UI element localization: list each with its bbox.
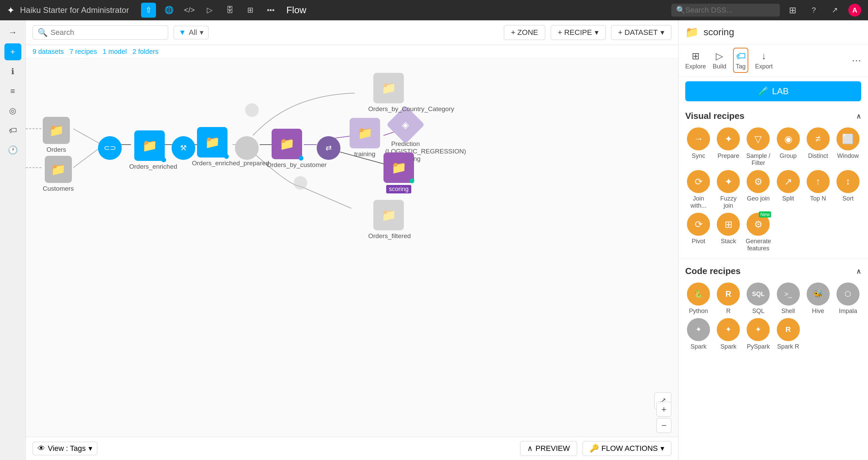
generate-features-recipe[interactable]: ⚙New Generate features (745, 213, 771, 252)
nav-table-btn[interactable]: ⊞ (243, 3, 258, 18)
datasets-count: 9 (33, 48, 36, 55)
code-recipes-toggle[interactable]: ∧ (856, 267, 861, 275)
shell-recipe[interactable]: >_ Shell (775, 283, 801, 315)
orders-node[interactable]: 📁 Orders (43, 117, 70, 153)
stack-recipe[interactable]: ⊞ Stack (715, 213, 742, 252)
panel-folder-icon: 📁 (685, 26, 699, 39)
preview-chevron-icon: ∧ (527, 444, 533, 453)
global-search-input[interactable] (685, 6, 767, 15)
folders-link[interactable]: 2 folders (133, 48, 159, 55)
zoom-out-btn[interactable]: − (656, 418, 671, 433)
tag-icon: 🏷 (736, 50, 746, 62)
preview-btn[interactable]: ∧ PREVIEW (520, 441, 577, 456)
folders-count: 2 (133, 48, 136, 55)
navbar: ✦ Haiku Starter for Administrator ⇧ 🌐 </… (0, 0, 868, 20)
export-action[interactable]: ↓ Export (755, 51, 773, 70)
explore-action[interactable]: ⊞ Explore (685, 50, 706, 70)
recipe-btn[interactable]: + RECIPE ▾ (551, 25, 606, 40)
link-icon[interactable]: ↗ (827, 3, 842, 18)
r-recipe[interactable]: R R (715, 283, 742, 315)
top-n-recipe[interactable]: ↑ Top N (805, 170, 831, 209)
dataset-btn-chevron-icon: ▾ (660, 28, 664, 37)
pivot-recipe[interactable]: ⟳ Pivot (685, 213, 712, 252)
tag-btn[interactable]: 🏷 (4, 122, 21, 139)
canvas-bottombar: 👁 View : Tags ▾ ∧ PREVIEW 🔑 FLOW ACTIONS… (26, 437, 678, 460)
fuzzy-join-recipe[interactable]: ✦ Fuzzy join (715, 170, 742, 209)
geo-join-recipe[interactable]: ⚙ Geo join (745, 170, 771, 209)
sync-recipe[interactable]: → Sync (685, 127, 712, 167)
zone-btn[interactable]: + ZONE (504, 25, 545, 40)
visual-recipes-title: Visual recipes (685, 111, 744, 121)
orders-by-country-node[interactable]: 📁 Orders_by_Country_Category (368, 73, 409, 113)
spark-r-recipe[interactable]: R Spark R (775, 318, 801, 350)
info-btn[interactable]: ℹ (4, 63, 21, 80)
nav-play-btn[interactable]: ▷ (202, 3, 217, 18)
prepare-recipe[interactable]: ✦ Prepare (715, 127, 742, 167)
group-recipe[interactable]: ◉ Group (775, 127, 801, 167)
flow-search-box[interactable]: 🔍 (33, 25, 168, 40)
join2-circle[interactable]: ⇄ (317, 136, 340, 160)
impala-recipe[interactable]: ⬡ Impala (835, 283, 861, 315)
split-recipe[interactable]: ↗ Split (775, 170, 801, 209)
lab-label: LAB (772, 86, 789, 97)
build-label: Build (713, 63, 726, 70)
nav-db-btn[interactable]: 🗄 (222, 3, 237, 18)
nav-code-btn[interactable]: </> (182, 3, 197, 18)
list-btn[interactable]: ≡ (4, 83, 21, 100)
help-icon[interactable]: ? (806, 3, 821, 18)
breadcrumb: 9 datasets 7 recipes 1 model 2 folders (26, 45, 678, 59)
flow-search-input[interactable] (51, 28, 152, 37)
filter-dropdown[interactable]: ▼ All ▾ (174, 26, 209, 39)
clock-btn[interactable]: 🕐 (4, 142, 21, 159)
scoring-node[interactable]: 📁 scoring (383, 152, 414, 193)
lab-btn[interactable]: 🧪 LAB (685, 81, 861, 101)
build-action[interactable]: ▷ Build (713, 50, 726, 70)
dataset-btn[interactable]: + DATASET ▾ (611, 25, 671, 40)
arrow-right-btn[interactable]: → (4, 24, 21, 41)
customers-node[interactable]: 📁 Customers (43, 156, 74, 192)
divider (678, 258, 868, 258)
nav-title: Haiku Starter for Administrator (20, 5, 129, 15)
flow-actions-btn[interactable]: 🔑 FLOW ACTIONS ▾ (583, 441, 671, 456)
training-node[interactable]: 📁 training (350, 118, 380, 158)
orders-by-country-label: Orders_by_Country_Category (368, 105, 409, 113)
distinct-recipe[interactable]: ≠ Distinct (805, 127, 831, 167)
orders-enriched-node[interactable]: 📁 Orders_enriched (129, 130, 170, 170)
orders-by-customer-node[interactable]: 📁 Orders_by_customer (267, 129, 307, 169)
sort-recipe[interactable]: ↕ Sort (835, 170, 861, 209)
canvas-area: 🔍 ▼ All ▾ + ZONE + RECIPE ▾ + DATASET ▾ … (26, 20, 678, 460)
pyspark-recipe[interactable]: ✦ PySpark (745, 318, 771, 350)
visual-recipes-toggle[interactable]: ∧ (856, 112, 861, 120)
hive-recipe[interactable]: 🐝 Hive (805, 283, 831, 315)
join-circle[interactable]: ⊂⊃ (98, 136, 122, 160)
global-search-box[interactable]: 🔍 (671, 4, 780, 17)
split-circle[interactable] (235, 136, 259, 160)
scoring-label: scoring (386, 185, 411, 193)
sql-recipe[interactable]: SQL SQL (745, 283, 771, 315)
view-select[interactable]: 👁 View : Tags ▾ (33, 442, 97, 455)
window-recipe[interactable]: ⬜ Window (835, 127, 861, 167)
join-with-recipe[interactable]: ⟳ Join with... (685, 170, 712, 209)
spark2-recipe[interactable]: ✦ Spark (715, 318, 742, 350)
nav-more-btn[interactable]: ••• (263, 3, 278, 18)
nav-globe-btn[interactable]: 🌐 (161, 3, 176, 18)
target-btn[interactable]: ◎ (4, 102, 21, 119)
grid-icon[interactable]: ⊞ (785, 3, 800, 18)
user-avatar[interactable]: A (848, 4, 861, 17)
nav-share-btn[interactable]: ⇧ (141, 3, 156, 18)
filter-chevron-icon: ▾ (200, 28, 203, 37)
spark-recipe[interactable]: ✦ Spark (685, 318, 712, 350)
more-action[interactable]: ⋯ (852, 55, 861, 66)
sample-filter-recipe[interactable]: ▽ Sample / Filter (745, 127, 771, 167)
orders-enriched-prepared-node[interactable]: 📁 Orders_enriched_prepared (192, 127, 233, 167)
zoom-in-btn[interactable]: + (656, 402, 671, 417)
orders-filtered-node[interactable]: 📁 Orders_filtered (368, 200, 409, 240)
add-btn[interactable]: + (4, 43, 21, 60)
python-recipe[interactable]: 🐍 Python (685, 283, 712, 315)
datasets-link[interactable]: 9 datasets (33, 48, 66, 55)
model-link[interactable]: 1 model (103, 48, 129, 55)
recipes-link[interactable]: 7 recipes (70, 48, 99, 55)
tag-label: Tag (736, 63, 746, 70)
tag-action[interactable]: 🏷 Tag (733, 48, 748, 73)
folders-label: folders (138, 48, 158, 55)
